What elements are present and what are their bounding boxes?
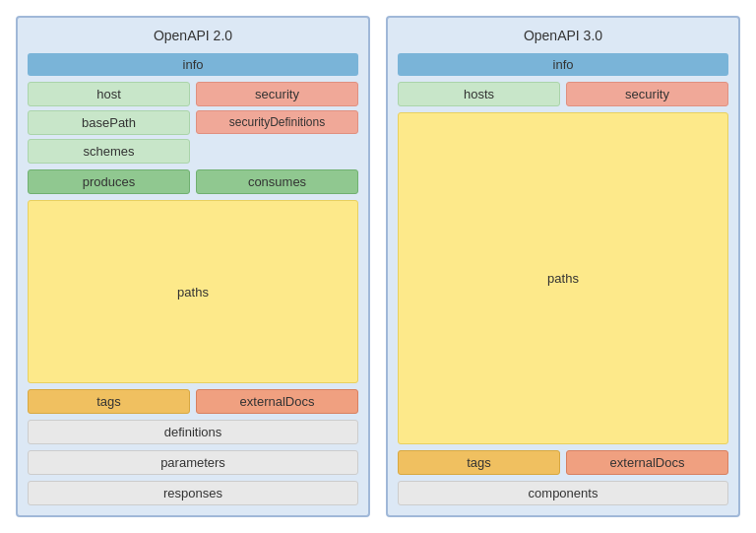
openapi20-produces-block: produces — [28, 169, 190, 194]
openapi30-security-block: security — [566, 82, 728, 106]
openapi20-responses-block: responses — [28, 481, 358, 505]
openapi20-info-block: info — [28, 53, 358, 76]
openapi20-consumes-block: consumes — [196, 169, 358, 194]
openapi30-title: OpenAPI 3.0 — [398, 28, 728, 43]
openapi20-basepath-block: basePath — [28, 110, 190, 135]
openapi20-externaldocs-block: externalDocs — [196, 389, 358, 414]
openapi20-definitions-block: definitions — [28, 420, 358, 444]
openapi20-title: OpenAPI 2.0 — [28, 28, 358, 43]
openapi20-security-block: security — [196, 82, 358, 106]
openapi30-hosts-block: hosts — [398, 82, 560, 106]
openapi30-info-block: info — [398, 53, 728, 76]
openapi30-diagram: OpenAPI 3.0 info hosts security paths ta… — [386, 16, 740, 517]
openapi20-row2: produces consumes — [28, 169, 358, 194]
openapi20-parameters-block: parameters — [28, 450, 358, 475]
openapi20-host-block: host — [28, 82, 190, 106]
openapi30-externaldocs-block: externalDocs — [566, 450, 728, 475]
openapi20-diagram: OpenAPI 2.0 info host basePath schemes s… — [16, 16, 370, 517]
openapi30-row2: tags externalDocs — [398, 450, 728, 475]
openapi20-row3: tags externalDocs — [28, 389, 358, 414]
main-container: OpenAPI 2.0 info host basePath schemes s… — [0, 0, 756, 533]
openapi20-tags-block: tags — [28, 389, 190, 414]
openapi30-components-block: components — [398, 481, 728, 505]
openapi20-left-col: host basePath schemes — [28, 82, 190, 164]
openapi30-tags-block: tags — [398, 450, 560, 475]
openapi20-paths-block: paths — [28, 200, 358, 383]
openapi20-row1: host basePath schemes security securityD… — [28, 82, 358, 164]
openapi20-securitydefs-block: securityDefinitions — [196, 110, 358, 134]
openapi20-right-col: security securityDefinitions — [196, 82, 358, 164]
openapi30-row1: hosts security — [398, 82, 728, 106]
openapi20-schemes-block: schemes — [28, 139, 190, 164]
openapi30-paths-block: paths — [398, 112, 728, 444]
